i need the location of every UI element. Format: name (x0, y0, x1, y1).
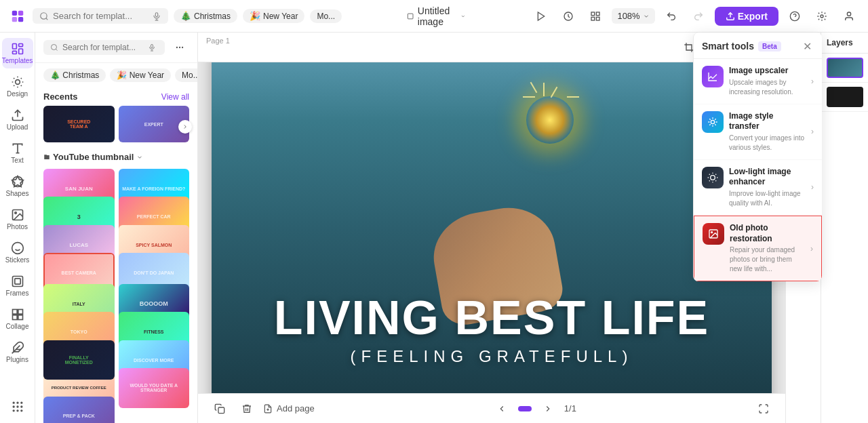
export-button[interactable]: Export (715, 7, 778, 26)
app-logo[interactable] (8, 7, 27, 26)
smart-tool-style-transfer[interactable]: Image style transfer Convert your images… (694, 104, 822, 160)
tag-new-year[interactable]: 🎉 New Year (243, 9, 304, 23)
style-transfer-name: Image style transfer (729, 111, 806, 132)
next-page-button[interactable] (537, 398, 559, 420)
grid-icon[interactable] (585, 5, 606, 27)
layers-header: Layers (821, 33, 868, 54)
grid-dots-icon (11, 400, 24, 414)
main-canvas[interactable]: LIVING BEST LIFE (FEELING GRATEFULL) (212, 62, 772, 393)
smart-tools-close-button[interactable]: ✕ (800, 39, 814, 53)
svg-rect-21 (12, 51, 16, 54)
template-17[interactable]: PREP & PACK (43, 397, 115, 423)
play-icon[interactable] (530, 5, 552, 27)
page-counter: 1/1 (564, 403, 576, 414)
panel-search-input[interactable] (62, 43, 144, 52)
duplicate-icon[interactable] (209, 398, 231, 420)
sidebar-item-design[interactable]: Design (2, 71, 33, 102)
panel-header (35, 33, 197, 63)
panel-search[interactable] (43, 40, 165, 55)
style-transfer-icon (702, 111, 724, 133)
sidebar-item-text[interactable]: Text (2, 138, 33, 168)
design-icon (11, 75, 24, 89)
timer-icon[interactable] (557, 5, 579, 27)
add-page-label: Add page (277, 403, 315, 414)
sidebar-item-frames[interactable]: Frames (2, 270, 33, 301)
sidebar-item-stickers[interactable]: Stickers (2, 237, 33, 268)
apps-icon-bottom[interactable] (2, 396, 33, 418)
svg-rect-20 (18, 49, 22, 54)
smart-tool-image-upscaler[interactable]: Image upscaler Upscale images by increas… (694, 59, 822, 104)
upscaler-desc: Upscale images by increasing resolution. (729, 78, 806, 97)
fullscreen-icon[interactable] (753, 398, 774, 420)
svg-point-46 (21, 406, 22, 407)
svg-point-44 (13, 406, 14, 407)
svg-rect-33 (12, 277, 22, 287)
style-transfer-desc: Convert your images into various styles. (729, 134, 806, 153)
left-sidebar: Templates Design Upload Text Shapes (0, 33, 35, 423)
sidebar-item-upload[interactable]: Upload (2, 104, 33, 135)
tag-more-panel[interactable]: Mo... (175, 68, 197, 82)
recents-section-header: Recents View all (35, 87, 197, 106)
redo-icon[interactable] (688, 5, 709, 27)
scroll-right-button[interactable] (178, 120, 192, 134)
image-upscaler-icon (702, 66, 724, 87)
svg-point-82 (711, 232, 713, 233)
canvas-main-text: LIVING BEST LIFE (212, 294, 772, 342)
user-icon[interactable] (838, 5, 860, 27)
delete-icon[interactable] (236, 398, 258, 420)
category-title[interactable]: YouTube thumbnail (43, 152, 143, 162)
prev-page-button[interactable] (491, 398, 513, 420)
templates-icon (11, 42, 24, 56)
search-input[interactable] (53, 11, 148, 21)
chevron-right-icon (182, 123, 189, 130)
doc-name[interactable]: Untitled image (407, 5, 466, 27)
view-all-button[interactable]: View all (161, 92, 189, 102)
template-13[interactable]: FINALLYMONETIZED (43, 340, 115, 380)
tag-christmas[interactable]: 🎄 Christmas (174, 9, 237, 23)
page-navigation: 1/1 (491, 398, 576, 420)
panel-search-icon (50, 43, 58, 52)
shapes-icon (11, 175, 24, 188)
stickers-icon (11, 241, 24, 255)
svg-rect-0 (12, 10, 17, 15)
svg-rect-5 (155, 12, 158, 16)
topbar-actions: 108% Export (530, 5, 860, 27)
topbar: 🎄 Christmas 🎉 New Year Mo... Untitled im… (0, 0, 868, 33)
layer-thumb-1 (827, 58, 863, 78)
undo-icon[interactable] (660, 5, 682, 27)
canvas-bottombar: Add page 1/1 (198, 393, 785, 423)
panel-options-icon[interactable] (170, 38, 189, 57)
chevron-down-icon (460, 12, 466, 20)
svg-rect-10 (597, 12, 600, 16)
sidebar-item-collage[interactable]: Collage (2, 304, 33, 334)
recents-title: Recents (43, 92, 78, 102)
settings-icon[interactable] (811, 5, 833, 27)
collage-icon (11, 308, 24, 321)
svg-rect-61 (218, 407, 224, 414)
chevron-down-small-icon (643, 13, 650, 20)
sidebar-item-photos[interactable]: Photos (2, 204, 33, 235)
tag-more[interactable]: Mo... (310, 9, 342, 23)
svg-point-49 (21, 410, 22, 411)
sidebar-item-templates[interactable]: Templates (2, 38, 33, 68)
zoom-control[interactable]: 108% (612, 8, 654, 24)
upload-icon (11, 108, 24, 122)
svg-rect-3 (18, 16, 23, 21)
svg-point-53 (182, 47, 183, 47)
sidebar-item-plugins[interactable]: Plugins (2, 337, 33, 367)
recent-thumb-1[interactable]: SECUREDTEAM A (43, 106, 115, 142)
svg-point-22 (15, 80, 20, 85)
page-dot-1[interactable] (518, 406, 532, 411)
tag-christmas-panel[interactable]: 🎄 Christmas (43, 68, 106, 82)
layer-item-1[interactable] (821, 54, 868, 83)
template-16[interactable]: WOULD YOU DATE A STRANGER (119, 368, 190, 408)
help-circle-icon[interactable] (784, 5, 806, 27)
svg-point-80 (711, 175, 715, 180)
layer-item-2[interactable] (821, 83, 868, 112)
add-page-button[interactable]: Add page (263, 398, 315, 420)
smart-tool-low-light[interactable]: Low-light image enhancer Improve low-lig… (694, 160, 822, 216)
smart-tool-old-photo[interactable]: Old photo restoration Repair your damage… (694, 216, 822, 281)
sidebar-item-shapes[interactable]: Shapes (2, 171, 33, 201)
search-bar[interactable] (33, 8, 168, 24)
tag-newyear-panel[interactable]: 🎉 New Year (110, 68, 171, 82)
